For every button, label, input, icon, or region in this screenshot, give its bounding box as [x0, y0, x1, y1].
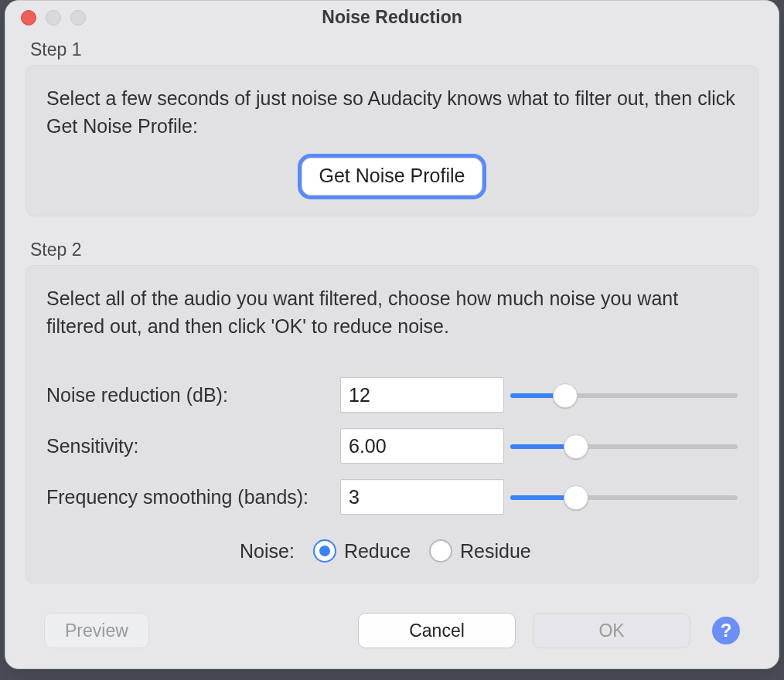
- sensitivity-label: Sensitivity:: [46, 435, 325, 457]
- get-noise-profile-button[interactable]: Get Noise Profile: [302, 158, 483, 196]
- ok-button[interactable]: OK: [533, 613, 690, 648]
- noise-mode-reduce-label: Reduce: [344, 540, 411, 563]
- noise-mode-label: Noise:: [240, 540, 295, 563]
- step2-description: Select all of the audio you want filtere…: [46, 284, 738, 341]
- radio-icon: [313, 539, 336, 563]
- freq-smoothing-slider[interactable]: [510, 490, 738, 504]
- freq-smoothing-input[interactable]: [340, 479, 504, 515]
- step2-label: Step 2: [30, 240, 758, 260]
- zoom-icon: [70, 10, 86, 26]
- dialog-content: Step 1 Select a few seconds of just nois…: [5, 33, 779, 668]
- cancel-button[interactable]: Cancel: [358, 613, 516, 648]
- sensitivity-input[interactable]: [340, 428, 504, 464]
- slider-thumb[interactable]: [564, 485, 588, 510]
- dialog-title: Noise Reduction: [322, 7, 462, 28]
- step2-section: Select all of the audio you want filtere…: [26, 265, 758, 584]
- step1-section: Select a few seconds of just noise so Au…: [26, 65, 758, 216]
- step1-label: Step 1: [30, 39, 758, 60]
- noise-mode-residue-label: Residue: [460, 540, 531, 563]
- freq-smoothing-row: Frequency smoothing (bands):: [46, 471, 738, 522]
- freq-smoothing-label: Frequency smoothing (bands):: [46, 486, 325, 508]
- slider-thumb[interactable]: [564, 434, 588, 459]
- noise-mode-row: Noise: Reduce Residue: [240, 539, 738, 563]
- noise-reduction-input[interactable]: [340, 377, 504, 413]
- noise-reduction-dialog: Noise Reduction Step 1 Select a few seco…: [5, 0, 779, 669]
- titlebar: Noise Reduction: [5, 1, 779, 33]
- noise-mode-reduce[interactable]: Reduce: [313, 539, 411, 563]
- window-traffic-lights: [21, 10, 86, 26]
- close-icon[interactable]: [21, 10, 36, 26]
- step2-controls: Noise reduction (dB): Sensitivity:: [46, 369, 738, 563]
- step1-description: Select a few seconds of just noise so Au…: [46, 84, 738, 141]
- noise-reduction-label: Noise reduction (dB):: [46, 384, 325, 406]
- sensitivity-slider[interactable]: [510, 439, 738, 453]
- slider-thumb[interactable]: [553, 383, 578, 408]
- help-icon[interactable]: ?: [712, 617, 740, 644]
- dialog-footer: Preview Cancel OK ?: [26, 613, 758, 668]
- noise-mode-residue[interactable]: Residue: [429, 539, 531, 563]
- radio-icon: [429, 539, 452, 563]
- noise-reduction-slider[interactable]: [510, 388, 738, 402]
- sensitivity-row: Sensitivity:: [46, 420, 738, 471]
- minimize-icon: [46, 10, 61, 26]
- preview-button[interactable]: Preview: [44, 613, 149, 648]
- noise-reduction-row: Noise reduction (dB):: [46, 369, 738, 420]
